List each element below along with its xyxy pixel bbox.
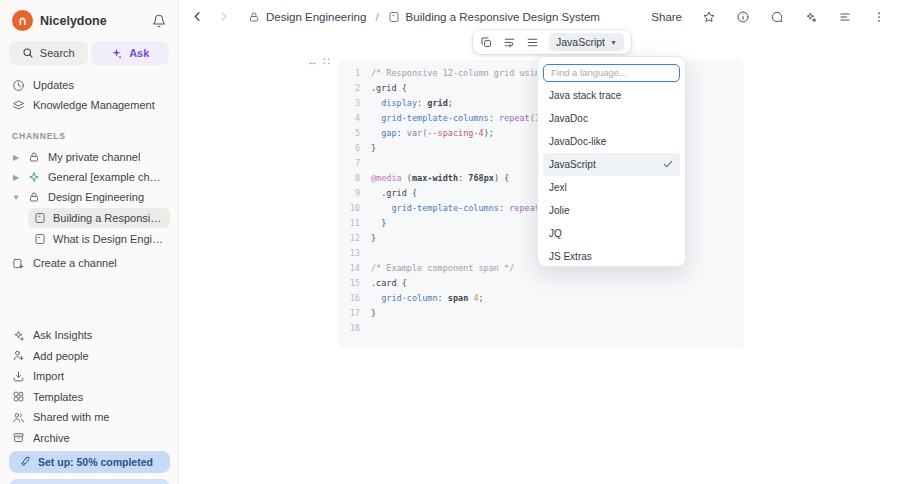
channel-general[interactable]: ▶ General [example channel] — [0, 167, 178, 187]
topbar-actions: Share — [651, 10, 886, 24]
promo-banner[interactable] — [9, 479, 170, 484]
kebab-menu-icon[interactable] — [872, 10, 886, 24]
language-option[interactable]: JavaDoc — [543, 107, 680, 130]
language-option[interactable]: JQ — [543, 222, 680, 245]
code-line: 15.card { — [338, 276, 744, 291]
language-option-label: JavaDoc-like — [549, 136, 606, 147]
drag-handle-icon[interactable]: ∷ — [323, 55, 330, 67]
line-number: 3 — [338, 96, 360, 111]
archive-box-icon — [12, 431, 25, 444]
breadcrumb-separator: / — [375, 11, 378, 23]
wrap-text-icon[interactable] — [503, 36, 516, 49]
info-icon[interactable] — [736, 10, 750, 24]
ask-ai-button[interactable]: Ask — [91, 41, 170, 65]
language-option[interactable]: Jexl — [543, 176, 680, 199]
favorite-star-icon[interactable] — [702, 10, 716, 24]
code-text: } — [371, 141, 376, 156]
language-option[interactable]: Jolie — [543, 199, 680, 222]
language-option-label: JavaScript — [549, 159, 596, 170]
language-option[interactable]: JavaScript — [543, 153, 680, 176]
back-button[interactable] — [186, 6, 208, 28]
language-search-input[interactable] — [543, 64, 680, 82]
code-text: .grid { — [371, 186, 417, 201]
sidebar-item-shared-with-me[interactable]: Shared with me — [0, 407, 178, 428]
notifications-bell-icon[interactable] — [152, 14, 166, 28]
sidebar-item-templates[interactable]: Templates — [0, 387, 178, 408]
language-selector-button[interactable]: JavaScript ▼ — [549, 33, 624, 51]
line-number: 6 — [338, 141, 360, 156]
line-number: 1 — [338, 66, 360, 81]
line-number: 8 — [338, 171, 360, 186]
document-icon — [34, 233, 46, 245]
sidebar-item-ask-insights[interactable]: Ask Insights — [0, 325, 178, 346]
sidebar-item-updates[interactable]: Updates — [0, 75, 178, 95]
line-number: 14 — [338, 261, 360, 276]
sidebar-item-import[interactable]: Import — [0, 366, 178, 387]
ai-sparkles-icon[interactable] — [804, 10, 818, 24]
sidebar-item-archive[interactable]: Archive — [0, 428, 178, 449]
breadcrumb-channel[interactable]: Design Engineering — [266, 11, 366, 23]
doc-what-is-design-engineering[interactable]: What is Design Engineering — [28, 229, 170, 249]
line-number: 18 — [338, 321, 360, 336]
code-widget-controls: ↔ ∷ — [307, 55, 330, 67]
copy-icon[interactable] — [480, 36, 493, 49]
forward-button[interactable] — [212, 6, 234, 28]
channels-header: CHANNELS — [0, 131, 178, 141]
doc-building-responsive-design-system[interactable]: Building a Responsive Design System — [28, 208, 170, 228]
code-text: gap: var(--spacing-4); — [371, 126, 494, 141]
language-option[interactable]: Java stack trace — [543, 84, 680, 107]
line-number: 13 — [338, 246, 360, 261]
language-option-label: Jexl — [549, 182, 567, 193]
language-option-label: JQ — [549, 228, 562, 239]
channel-my-private[interactable]: ▶ My private channel — [0, 147, 178, 167]
language-dropdown: Java stack traceJavaDocJavaDoc-likeJavaS… — [537, 56, 686, 267]
language-option[interactable]: JavaDoc-like — [543, 130, 680, 153]
resize-horizontal-icon[interactable]: ↔ — [307, 55, 318, 67]
sidebar-tools: Ask Insights Add people Import Templates… — [0, 325, 178, 448]
setup-progress-banner[interactable]: Set up: 50% completed — [9, 451, 170, 473]
code-text: .card { — [371, 276, 407, 291]
chevron-right-icon — [217, 10, 230, 23]
sparkle-icon — [12, 329, 25, 342]
search-button[interactable]: Search — [9, 41, 88, 65]
sidebar-item-add-people[interactable]: Add people — [0, 346, 178, 367]
code-text: } — [371, 306, 376, 321]
table-of-contents-icon[interactable] — [838, 10, 852, 24]
language-option-label: JavaDoc — [549, 113, 588, 124]
line-number: 10 — [338, 201, 360, 216]
code-text: } — [371, 216, 386, 231]
code-line: 18 — [338, 321, 744, 336]
channel-design-engineering[interactable]: ▼ Design Engineering — [0, 187, 178, 207]
line-number: 11 — [338, 216, 360, 231]
sidebar-header: Nicelydone — [0, 0, 178, 32]
check-icon — [662, 158, 674, 170]
chevron-right-icon[interactable]: ▶ — [12, 173, 20, 182]
code-text: display: grid; — [371, 96, 453, 111]
sidebar: Nicelydone Search Ask Updates Knowledg — [0, 0, 179, 484]
chevron-down-icon[interactable]: ▼ — [12, 193, 20, 202]
spark-icon — [28, 171, 40, 183]
code-block-toolbar: JavaScript ▼ — [473, 30, 631, 54]
language-option[interactable]: JS Extras — [543, 245, 680, 268]
layers-icon — [12, 99, 25, 112]
align-left-icon[interactable] — [526, 36, 539, 49]
code-line: 16 grid-column: span 4; — [338, 291, 744, 306]
breadcrumb-page-title[interactable]: Building a Responsive Design System — [406, 11, 600, 23]
language-option-label: Jolie — [549, 205, 570, 216]
import-download-icon — [12, 370, 25, 383]
app-logo — [12, 10, 33, 31]
sidebar-item-knowledge-management[interactable]: Knowledge Management — [0, 95, 178, 115]
language-option-label: Java stack trace — [549, 90, 621, 101]
line-number: 16 — [338, 291, 360, 306]
comment-icon[interactable] — [770, 10, 784, 24]
line-number: 7 — [338, 156, 360, 171]
create-channel-button[interactable]: Create a channel — [0, 253, 178, 273]
add-person-icon — [12, 349, 25, 362]
app-name: Nicelydone — [40, 14, 145, 28]
chevron-left-icon — [191, 10, 204, 23]
breadcrumb: Design Engineering / Building a Responsi… — [248, 11, 600, 23]
chevron-right-icon[interactable]: ▶ — [12, 153, 20, 162]
share-button[interactable]: Share — [651, 11, 682, 23]
line-number: 15 — [338, 276, 360, 291]
code-text: @media (max-width: 768px) { — [371, 171, 509, 186]
